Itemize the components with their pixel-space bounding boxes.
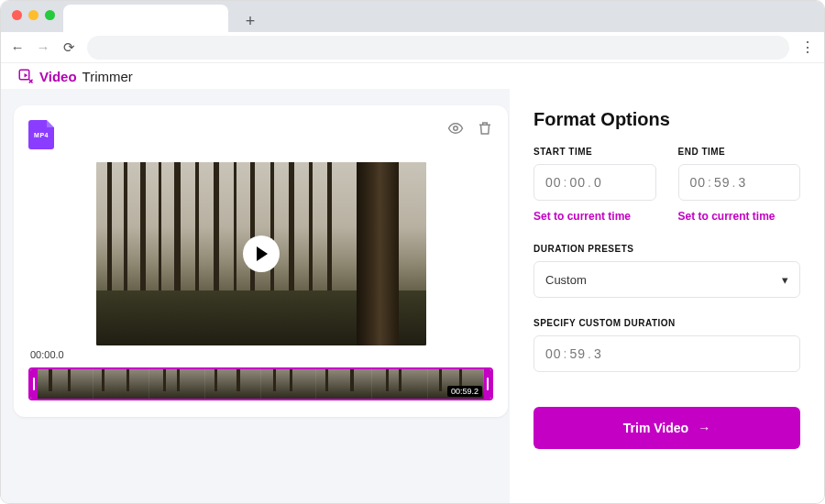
timeline-end-time: 00:59.2 bbox=[447, 386, 482, 397]
workspace: MP4 bbox=[1, 89, 824, 503]
forward-button[interactable]: → bbox=[36, 39, 50, 55]
window-controls bbox=[12, 10, 55, 20]
preview-icon[interactable] bbox=[447, 120, 464, 137]
current-time-label: 00:00.0 bbox=[30, 349, 493, 360]
reload-button[interactable]: ⟳ bbox=[61, 39, 76, 56]
end-time-field[interactable]: 00:59.3 bbox=[678, 164, 801, 201]
browser-toolbar: ← → ⟳ ⋮ bbox=[1, 32, 824, 63]
chevron-down-icon: ▾ bbox=[782, 273, 788, 287]
delete-icon[interactable] bbox=[477, 120, 493, 137]
browser-tabbar: + bbox=[1, 1, 824, 32]
custom-duration-field[interactable]: 00:59.3 bbox=[534, 335, 800, 372]
app-header: Video Trimmer bbox=[1, 63, 824, 89]
set-end-current-link[interactable]: Set to current time bbox=[678, 210, 776, 223]
timeline-thumbnails[interactable] bbox=[38, 369, 484, 399]
end-time-label: END TIME bbox=[678, 147, 801, 157]
app-name-secondary: Trimmer bbox=[82, 69, 133, 84]
browser-tab[interactable] bbox=[63, 5, 228, 32]
arrow-right-icon: → bbox=[698, 421, 710, 435]
trim-timeline[interactable]: 00:59.2 bbox=[28, 367, 493, 400]
trim-video-button[interactable]: Trim Video → bbox=[534, 407, 800, 449]
set-start-current-link[interactable]: Set to current time bbox=[534, 210, 631, 223]
trim-end-handle[interactable] bbox=[484, 369, 491, 399]
file-type-badge: MP4 bbox=[28, 120, 54, 149]
panel-title: Format Options bbox=[534, 109, 800, 130]
close-window-button[interactable] bbox=[12, 10, 22, 20]
browser-menu-button[interactable]: ⋮ bbox=[800, 38, 815, 56]
app-name-primary: Video bbox=[39, 69, 77, 84]
maximize-window-button[interactable] bbox=[45, 10, 55, 20]
new-tab-button[interactable]: + bbox=[239, 10, 261, 32]
address-bar[interactable] bbox=[87, 36, 789, 60]
options-panel: Format Options START TIME 00:00.0 Set to… bbox=[510, 89, 824, 503]
svg-point-1 bbox=[454, 126, 458, 131]
browser-window: + ← → ⟳ ⋮ Video Trimmer MP4 bbox=[0, 0, 825, 504]
custom-duration-label: SPECIFY CUSTOM DURATION bbox=[534, 318, 800, 328]
video-card: MP4 bbox=[14, 105, 508, 417]
play-button[interactable] bbox=[243, 236, 280, 272]
app-logo-icon bbox=[17, 68, 34, 84]
preview-panel: MP4 bbox=[1, 89, 510, 503]
trim-start-handle[interactable] bbox=[30, 369, 38, 399]
duration-preset-select[interactable]: Custom ▾ bbox=[534, 261, 800, 298]
start-time-label: START TIME bbox=[534, 147, 656, 157]
minimize-window-button[interactable] bbox=[28, 10, 38, 20]
start-time-field[interactable]: 00:00.0 bbox=[534, 164, 656, 201]
back-button[interactable]: ← bbox=[10, 39, 25, 55]
presets-label: DURATION PRESETS bbox=[534, 244, 800, 254]
video-preview[interactable] bbox=[96, 162, 426, 345]
